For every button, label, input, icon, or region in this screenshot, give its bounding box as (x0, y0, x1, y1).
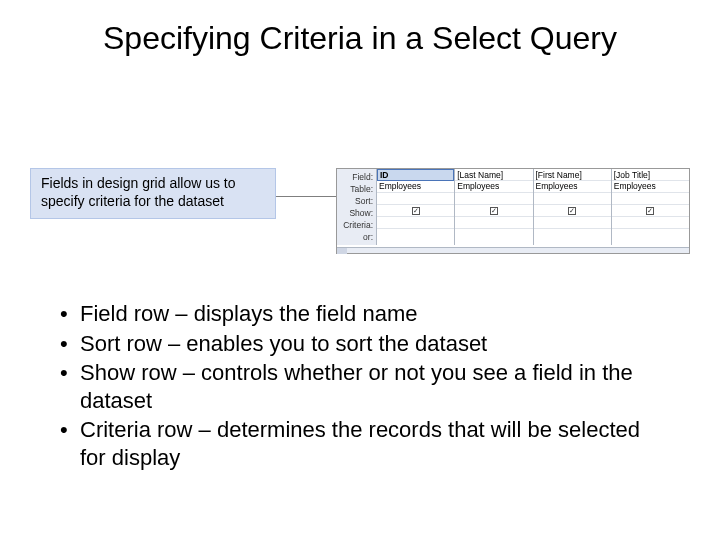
checkbox-icon[interactable]: ✓ (646, 207, 654, 215)
middle-row: Fields in design grid allow us to specif… (30, 168, 690, 254)
grid-row-labels: Field: Table: Sort: Show: Criteria: or: (337, 169, 377, 245)
table-cell[interactable]: Employees (612, 181, 689, 193)
or-cell[interactable] (612, 229, 689, 241)
grid-column: [Job Title] Employees ✓ (612, 169, 689, 245)
criteria-cell[interactable] (455, 217, 532, 229)
label-show: Show: (337, 207, 373, 219)
bullet-item: Criteria row – determines the records th… (56, 416, 664, 471)
label-criteria: Criteria: (337, 219, 373, 231)
checkbox-icon[interactable]: ✓ (568, 207, 576, 215)
label-field: Field: (337, 171, 373, 183)
or-cell[interactable] (377, 229, 454, 241)
or-cell[interactable] (534, 229, 611, 241)
or-cell[interactable] (455, 229, 532, 241)
sort-cell[interactable] (377, 193, 454, 205)
field-cell[interactable]: ID (377, 169, 454, 181)
label-table: Table: (337, 183, 373, 195)
show-cell[interactable]: ✓ (455, 205, 532, 217)
bullet-item: Field row – displays the field name (56, 300, 664, 328)
field-cell[interactable]: [Last Name] (455, 169, 532, 181)
table-cell[interactable]: Employees (455, 181, 532, 193)
bullet-item: Sort row – enables you to sort the datas… (56, 330, 664, 358)
table-cell[interactable]: Employees (534, 181, 611, 193)
grid-columns: ID Employees ✓ [Last Name] Employees ✓ (377, 169, 689, 245)
grid-column: [First Name] Employees ✓ (534, 169, 612, 245)
label-sort: Sort: (337, 195, 373, 207)
criteria-cell[interactable] (377, 217, 454, 229)
field-cell[interactable]: [Job Title] (612, 169, 689, 181)
bullet-item: Show row – controls whether or not you s… (56, 359, 664, 414)
sort-cell[interactable] (612, 193, 689, 205)
label-or: or: (337, 231, 373, 243)
grid-scrollbar[interactable] (337, 247, 689, 253)
grid-column: [Last Name] Employees ✓ (455, 169, 533, 245)
show-cell[interactable]: ✓ (612, 205, 689, 217)
design-grid: Field: Table: Sort: Show: Criteria: or: … (336, 168, 690, 254)
field-cell[interactable]: [First Name] (534, 169, 611, 181)
scroll-left-icon[interactable] (337, 248, 347, 254)
slide-title: Specifying Criteria in a Select Query (0, 0, 720, 57)
checkbox-icon[interactable]: ✓ (412, 207, 420, 215)
sort-cell[interactable] (534, 193, 611, 205)
grid-column: ID Employees ✓ (377, 169, 455, 245)
callout-box: Fields in design grid allow us to specif… (30, 168, 276, 219)
criteria-cell[interactable] (534, 217, 611, 229)
table-cell[interactable]: Employees (377, 181, 454, 193)
show-cell[interactable]: ✓ (534, 205, 611, 217)
bullet-list: Field row – displays the field name Sort… (56, 300, 664, 473)
show-cell[interactable]: ✓ (377, 205, 454, 217)
sort-cell[interactable] (455, 193, 532, 205)
checkbox-icon[interactable]: ✓ (490, 207, 498, 215)
criteria-cell[interactable] (612, 217, 689, 229)
callout-connector (276, 196, 336, 197)
